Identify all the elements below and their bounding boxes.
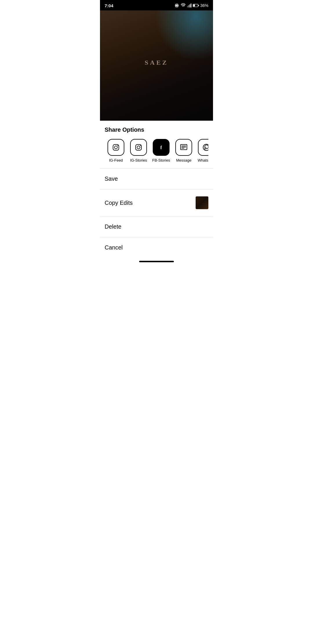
- fb-stories-label: FB-Stories: [152, 158, 170, 162]
- signal-icon: [187, 3, 192, 8]
- message-icon: [180, 143, 188, 151]
- status-bar: 7:04 36%: [100, 0, 213, 10]
- battery-percent: 36%: [200, 3, 208, 8]
- menu-item-save[interactable]: Save: [100, 169, 213, 189]
- status-time: 7:04: [105, 3, 113, 8]
- ig-feed-label: IG-Feed: [109, 158, 123, 162]
- share-options-section: Share Options IG-Feed: [100, 121, 213, 168]
- copy-edits-thumbnail: [196, 196, 208, 209]
- share-item-whatsapp[interactable]: WhatsApp: [195, 139, 208, 162]
- bottom-sheet: Share Options IG-Feed: [100, 121, 213, 265]
- photo-area: SAEZ: [100, 10, 213, 121]
- ig-stories-label: IG-Stories: [130, 158, 147, 162]
- copy-edits-label: Copy Edits: [105, 200, 133, 206]
- menu-item-copy-edits[interactable]: Copy Edits: [100, 189, 213, 216]
- status-icons: 36%: [174, 3, 208, 8]
- share-item-message[interactable]: Message: [172, 139, 195, 162]
- battery-icon: [193, 3, 199, 8]
- cancel-label: Cancel: [105, 244, 123, 251]
- whatsapp-icon-circle: [198, 139, 208, 156]
- svg-rect-10: [193, 4, 195, 6]
- svg-rect-6: [190, 4, 190, 8]
- svg-text:f: f: [160, 145, 162, 150]
- svg-point-12: [114, 146, 117, 149]
- fb-stories-icon: f: [157, 143, 165, 151]
- delete-label: Delete: [105, 223, 121, 230]
- wifi-icon: [181, 3, 186, 8]
- vibrate-icon: [174, 3, 179, 8]
- share-options-title: Share Options: [105, 126, 208, 133]
- home-indicator-bar: [139, 261, 174, 262]
- ig-stories-icon: [134, 143, 143, 151]
- share-item-ig-feed[interactable]: IG-Feed: [105, 139, 127, 162]
- message-label: Message: [176, 158, 192, 162]
- svg-rect-5: [188, 5, 189, 8]
- photo-overlay-text: SAEZ: [145, 59, 168, 66]
- svg-point-16: [140, 145, 141, 146]
- menu-item-delete[interactable]: Delete: [100, 216, 213, 237]
- svg-rect-7: [191, 3, 192, 7]
- home-indicator: [100, 258, 213, 265]
- svg-point-15: [137, 146, 140, 149]
- share-item-ig-stories[interactable]: IG-Stories: [127, 139, 150, 162]
- share-icons-row: IG-Feed IG-Stories f: [105, 139, 208, 164]
- message-icon-circle: [175, 139, 192, 156]
- svg-rect-4: [187, 6, 188, 7]
- svg-rect-2: [175, 5, 176, 6]
- svg-rect-9: [198, 5, 199, 6]
- save-label: Save: [105, 176, 118, 182]
- whatsapp-label: WhatsApp: [198, 158, 208, 162]
- ig-feed-icon: [112, 143, 120, 151]
- svg-point-13: [117, 145, 118, 146]
- menu-item-cancel[interactable]: Cancel: [100, 237, 213, 258]
- ig-feed-icon-circle: [108, 139, 124, 156]
- whatsapp-icon: [202, 143, 208, 151]
- share-item-fb-stories[interactable]: f FB-Stories: [150, 139, 172, 162]
- fb-stories-icon-circle: f: [153, 139, 170, 156]
- svg-rect-3: [178, 5, 179, 6]
- svg-rect-1: [176, 5, 178, 6]
- ig-stories-icon-circle: [130, 139, 147, 156]
